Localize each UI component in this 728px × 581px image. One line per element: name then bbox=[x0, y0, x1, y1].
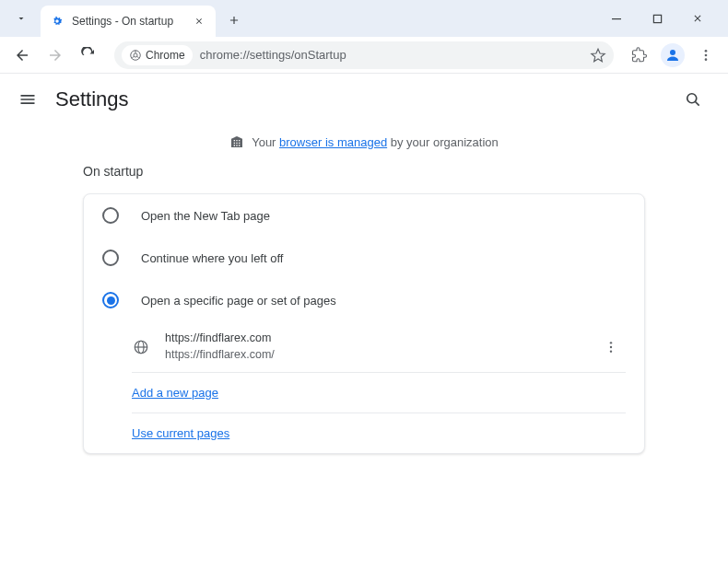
new-tab-button[interactable] bbox=[221, 7, 247, 33]
close-window-button[interactable] bbox=[684, 5, 711, 32]
tab-search-dropdown[interactable] bbox=[7, 5, 35, 32]
page-title: Settings bbox=[55, 87, 129, 111]
close-icon bbox=[194, 17, 204, 26]
managed-banner: Your browser is managed by your organiza… bbox=[0, 125, 728, 164]
page-name: https://findflarex.com bbox=[165, 331, 581, 347]
search-settings-button[interactable] bbox=[676, 83, 710, 116]
svg-point-11 bbox=[610, 342, 612, 343]
tab-close-button[interactable] bbox=[192, 14, 206, 29]
url-text: chrome://settings/onStartup bbox=[200, 48, 582, 62]
arrow-left-icon bbox=[14, 47, 30, 64]
svg-point-4 bbox=[670, 50, 675, 55]
browser-tab[interactable]: Settings - On startup bbox=[41, 6, 216, 37]
globe-icon bbox=[132, 338, 150, 356]
plus-icon bbox=[228, 14, 241, 27]
startup-page-row: https://findflarex.com https://findflare… bbox=[84, 321, 644, 372]
reload-button[interactable] bbox=[74, 41, 103, 70]
arrow-right-icon bbox=[47, 47, 64, 64]
page-more-button[interactable] bbox=[596, 332, 626, 362]
add-new-page-link[interactable]: Add a new page bbox=[132, 386, 218, 400]
profile-button[interactable] bbox=[658, 41, 687, 70]
svg-point-12 bbox=[610, 345, 612, 347]
option-continue[interactable]: Continue where you left off bbox=[84, 237, 644, 279]
svg-rect-1 bbox=[653, 15, 661, 22]
option-label: Open a specific page or set of pages bbox=[141, 294, 336, 308]
maximize-icon bbox=[652, 14, 663, 24]
maximize-button[interactable] bbox=[643, 5, 671, 32]
chrome-chip: Chrome bbox=[122, 45, 193, 65]
managed-link[interactable]: browser is managed bbox=[279, 135, 387, 149]
radio-unchecked[interactable] bbox=[102, 207, 119, 224]
gear-icon bbox=[50, 14, 65, 29]
settings-content: On startup Open the New Tab page Continu… bbox=[0, 164, 728, 454]
radio-checked[interactable] bbox=[102, 292, 119, 308]
more-vert-icon bbox=[604, 340, 618, 354]
svg-point-8 bbox=[687, 94, 697, 103]
use-current-pages-link[interactable]: Use current pages bbox=[132, 426, 229, 440]
forward-button[interactable] bbox=[41, 41, 70, 70]
browser-toolbar: Chrome chrome://settings/onStartup bbox=[0, 37, 728, 74]
hamburger-icon bbox=[18, 90, 37, 109]
svg-point-13 bbox=[610, 350, 612, 352]
building-icon bbox=[229, 134, 244, 149]
more-vert-icon bbox=[699, 48, 713, 63]
window-controls bbox=[603, 5, 721, 32]
option-specific-pages[interactable]: Open a specific page or set of pages bbox=[84, 279, 644, 321]
star-icon bbox=[590, 47, 606, 64]
back-button[interactable] bbox=[7, 41, 37, 70]
extensions-button[interactable] bbox=[625, 41, 654, 70]
minimize-icon bbox=[611, 13, 622, 24]
chrome-menu-button[interactable] bbox=[691, 41, 721, 70]
svg-point-7 bbox=[705, 58, 708, 61]
menu-button[interactable] bbox=[18, 90, 37, 109]
avatar bbox=[661, 43, 685, 67]
use-current-row: Use current pages bbox=[84, 413, 644, 453]
svg-point-3 bbox=[134, 52, 137, 56]
puzzle-icon bbox=[631, 47, 648, 64]
person-icon bbox=[664, 47, 681, 64]
section-title: On startup bbox=[83, 164, 645, 179]
svg-rect-0 bbox=[612, 18, 621, 19]
reload-icon bbox=[80, 47, 97, 64]
startup-options-card: Open the New Tab page Continue where you… bbox=[83, 193, 645, 454]
title-bar: Settings - On startup bbox=[0, 0, 728, 37]
chevron-down-icon bbox=[16, 13, 27, 24]
search-icon bbox=[684, 90, 702, 109]
address-bar[interactable]: Chrome chrome://settings/onStartup bbox=[114, 41, 614, 69]
tab-title: Settings - On startup bbox=[72, 15, 184, 28]
minimize-button[interactable] bbox=[603, 5, 630, 32]
close-icon bbox=[692, 13, 703, 24]
radio-unchecked[interactable] bbox=[102, 250, 119, 266]
chrome-chip-label: Chrome bbox=[146, 49, 185, 62]
option-label: Continue where you left off bbox=[141, 251, 283, 265]
option-new-tab[interactable]: Open the New Tab page bbox=[84, 194, 644, 237]
option-label: Open the New Tab page bbox=[141, 209, 270, 223]
managed-text: Your browser is managed by your organiza… bbox=[252, 135, 499, 149]
add-page-row: Add a new page bbox=[84, 373, 644, 413]
chrome-logo-icon bbox=[129, 49, 142, 62]
svg-point-5 bbox=[705, 50, 708, 52]
bookmark-button[interactable] bbox=[590, 47, 606, 64]
page-info: https://findflarex.com https://findflare… bbox=[165, 331, 581, 363]
page-url: https://findflarex.com/ bbox=[165, 347, 581, 364]
svg-point-6 bbox=[705, 53, 708, 56]
settings-header: Settings bbox=[0, 74, 728, 125]
